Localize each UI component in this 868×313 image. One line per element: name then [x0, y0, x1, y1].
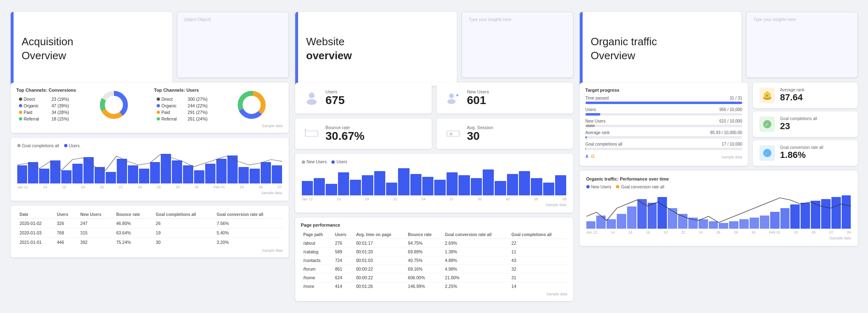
new-users-label: New Users [467, 89, 489, 94]
channels-users-table: Direct 300 (27%) Organic 244 (22%) Paid … [154, 96, 216, 122]
progress-avg-rank: Average rank 85.93 / 10,000.00 [586, 130, 743, 139]
channels-users: Top Channels: Users Direct 300 (27%) Org… [154, 88, 216, 122]
session-icon: ⏱ [445, 125, 461, 142]
goal-conversion-label: Goal conversion rate all [780, 145, 823, 150]
organic-insights[interactable]: Type your insights here [746, 12, 857, 78]
page-performance-panel: Page performance Page path Users Avg. ti… [295, 218, 573, 301]
organic-perf-legend: New Users Goal conversion rate all [586, 185, 851, 189]
organic-column: Organic traffic Overview Type your insig… [580, 12, 858, 301]
avg-rank-card: ★ Average rank 87.64 [753, 83, 857, 108]
website-stats-row2: Bounce rate 30.67% ⏱ Avg. Session 30 [295, 118, 573, 149]
table-row: Direct 300 (27%) [154, 96, 216, 102]
channels-conversions-title: Top Channels: Conversions [16, 88, 79, 93]
new-user-icon: + [445, 90, 461, 106]
table-row: 2021-01-0144639275.24%303.20% [16, 237, 283, 247]
organic-header: Organic traffic Overview [580, 12, 742, 86]
acquisition-insights[interactable]: [object Object] [177, 12, 288, 78]
page-perf-title: Page performance [301, 223, 567, 227]
table-row: /about27600:01:1794.75%2.69%22 [301, 239, 567, 248]
avg-rank-label: Average rank [780, 88, 804, 92]
acquisition-chart-panel: Goal completions all Users [11, 138, 289, 201]
website-stats-row: Users 675 + New Users 601 [295, 83, 573, 114]
goal-conversion-icon: ↑ [759, 145, 775, 161]
website-column: Website overview Type your insights here [295, 12, 573, 301]
donut-chart-users [221, 88, 283, 122]
table-row: /more41400:01:26146.99%2.25%14 [301, 282, 567, 291]
svg-point-8 [309, 93, 315, 98]
legend-users: Users [64, 144, 80, 148]
rank-icon: ★ [759, 88, 775, 103]
svg-text:↑: ↑ [765, 151, 767, 156]
bar-line-chart [17, 151, 282, 183]
svg-rect-15 [306, 131, 317, 136]
organic-title: Organic traffic Overview [591, 35, 657, 63]
target-progress-panel: Target progress Time passed 31 / 31 User… [580, 83, 748, 166]
accent-bar [11, 12, 14, 86]
table-row: 2020-01-0376831563.64%195.40% [16, 228, 283, 237]
acquisition-data-table: Date Users New Users Bounce rate Goal co… [16, 211, 283, 247]
organic-metric-cards: ★ Average rank 87.64 ✓ [753, 83, 857, 166]
bounce-rate-label: Bounce rate [326, 125, 365, 130]
avg-session-card: ⏱ Avg. Session 30 [437, 118, 573, 149]
svg-text:+: + [456, 92, 459, 98]
table-row: /forum86100:00:2269.16%4.98%32 [301, 265, 567, 274]
acquisition-column: Acquisition Overview [object Object] Top… [11, 12, 289, 301]
sample-data-channels: Sample data [16, 122, 283, 128]
sample-data-chart: Sample data [17, 189, 282, 195]
progress-users: Users 956 / 10,000 [586, 107, 743, 116]
table-row: Organic 47 (39%) [16, 102, 79, 109]
organic-stats: Target progress Time passed 31 / 31 User… [580, 83, 858, 166]
accent-bar [295, 12, 298, 86]
svg-text:★: ★ [766, 94, 768, 97]
table-row: /contacts72400:01:0340.75%4.88%43 [301, 256, 567, 265]
progress-new-users: New Users 615 / 10,000 [586, 119, 743, 127]
legend-goal: Goal completions all [17, 144, 59, 148]
target-sample: Sample data [597, 153, 742, 159]
svg-point-11 [447, 99, 456, 104]
channels-conversions-table: Direct 23 (19%) Organic 47 (39%) Paid 34… [16, 96, 79, 122]
organic-perf-chart: Organic traffic: Performance over time N… [580, 171, 858, 246]
svg-text:⏱: ⏱ [449, 132, 453, 136]
table-row: Organic 244 (22%) [154, 102, 216, 109]
avg-session-label: Avg. Session [467, 125, 493, 130]
goal-conversion-card: ↑ Goal conversion rate all 1.86% [753, 140, 857, 166]
goal-conversion-value: 1.86% [780, 150, 823, 160]
table-row: /catalog58900:01:2069.89%1.38%11 [301, 248, 567, 256]
progress-goal-completions: Goal completions all 17 / 10,000 [586, 142, 743, 150]
donut-chart-conversions [83, 88, 145, 122]
svg-point-10 [449, 93, 454, 98]
page-perf-table: Page path Users Avg. time on page Bounce… [301, 231, 567, 290]
organic-perf-sample: /Sample data [586, 234, 851, 240]
goal-completions-value: 23 [780, 121, 817, 132]
website-insights[interactable]: Type your insights here [462, 12, 573, 78]
goal-completions-label: Goal completions all [780, 116, 817, 121]
sample-data-table: Sample data [16, 247, 283, 253]
users-value: 675 [326, 94, 345, 107]
website-title: Website overview [306, 35, 352, 63]
website-header: Website overview [295, 12, 457, 86]
website-chart-sample: Sample data [302, 201, 567, 207]
accent-bar [580, 12, 583, 86]
new-users-value: 601 [467, 94, 489, 107]
svg-point-9 [307, 99, 317, 105]
user-icon [303, 90, 320, 106]
acquisition-table-panel: Date Users New Users Bounce rate Goal co… [11, 206, 289, 257]
channels-conversions: Top Channels: Conversions Direct 23 (19%… [16, 88, 79, 122]
acquisition-header: Acquisition Overview [11, 12, 173, 86]
avg-rank-value: 87.64 [780, 92, 804, 103]
channels-users-title: Top Channels: Users [154, 88, 216, 93]
website-chart-legend: New Users Users [302, 160, 567, 164]
users-label: Users [326, 89, 345, 94]
bounce-rate-card: Bounce rate 30.67% [295, 118, 432, 149]
website-chart: New Users Users [295, 154, 573, 213]
table-row: Paid 34 (28%) [16, 109, 79, 116]
table-row: 2020-01-0232624746.80%267.56% [16, 218, 283, 228]
top-channels-panel: Top Channels: Conversions Direct 23 (19%… [11, 83, 289, 133]
dashboard: Acquisition Overview [object Object] Top… [11, 12, 858, 301]
svg-point-25 [763, 149, 771, 157]
table-row: /home62400:00:22606.00%21.00%31 [301, 274, 567, 282]
bounce-icon [303, 125, 320, 142]
acquisition-title: Acquisition Overview [22, 35, 74, 63]
table-row: Paid 291 (27%) [154, 109, 216, 116]
page-perf-sample: Sample data [301, 290, 567, 296]
